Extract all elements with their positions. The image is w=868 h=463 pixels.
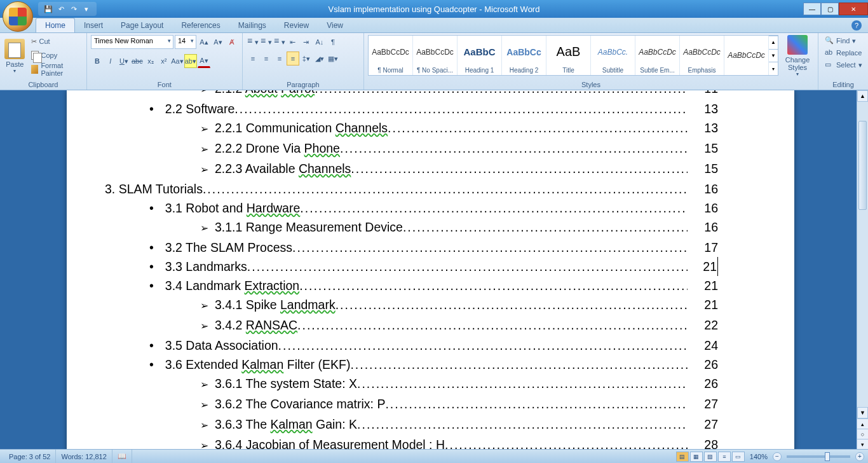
line-spacing-button[interactable]: ‡▾ — [300, 52, 313, 66]
shrink-font-button[interactable]: A▾ — [212, 35, 224, 49]
style-item[interactable]: AaBbCHeading 1 — [458, 36, 502, 75]
gallery-scroll-button[interactable]: ▲ — [769, 36, 778, 49]
style-item[interactable]: AaBTitle — [546, 36, 591, 75]
grow-font-button[interactable]: A▴ — [198, 35, 210, 49]
style-item[interactable]: AaBbCc.Subtitle — [591, 36, 635, 75]
numbering-button[interactable]: ▾ — [260, 35, 273, 49]
find-icon: 🔍 — [825, 36, 834, 45]
strikethrough-button[interactable]: abc — [131, 54, 144, 68]
maximize-button[interactable]: ▢ — [821, 3, 839, 15]
superscript-button[interactable]: x² — [158, 54, 170, 68]
show-marks-button[interactable]: ¶ — [327, 35, 339, 49]
clear-formatting-button[interactable]: A̸ — [226, 35, 238, 49]
redo-icon[interactable]: ↷ — [69, 4, 79, 14]
zoom-level[interactable]: 140% — [750, 453, 768, 460]
change-styles-button[interactable]: Change Styles ▾ — [781, 35, 814, 77]
draft-view-button[interactable]: ▭ — [732, 452, 745, 462]
tab-references[interactable]: References — [172, 18, 229, 32]
window-title: Vslam implementation using Quadcopter - … — [329, 4, 540, 14]
find-button[interactable]: 🔍Find ▾ — [822, 35, 858, 46]
find-label: Find — [836, 37, 850, 45]
subscript-button[interactable]: x₂ — [144, 54, 157, 68]
zoom-slider[interactable] — [787, 455, 850, 458]
font-color-button[interactable]: A▾ — [198, 54, 210, 68]
full-screen-view-button[interactable]: ▦ — [690, 452, 703, 462]
word-count[interactable]: Words: 12,812 — [56, 450, 112, 463]
align-right-button[interactable]: ≡ — [273, 52, 286, 66]
select-button[interactable]: ▭Select ▾ — [822, 59, 865, 71]
page-status[interactable]: Page: 3 of 52 — [4, 450, 56, 463]
scroll-thumb[interactable] — [858, 121, 867, 210]
font-name-combo[interactable]: Times New Roman — [91, 35, 173, 49]
gallery-scroll-button[interactable]: ▾ — [769, 62, 778, 75]
minimize-button[interactable]: — — [803, 3, 821, 15]
underline-button[interactable]: U▾ — [118, 54, 130, 68]
tab-insert[interactable]: Insert — [75, 18, 112, 32]
group-paragraph: ▾ ▾ ▾ ⇤ ⇥ A↓ ¶ ≡ ≡ ≡ ≡ ‡▾ ◢▾ ▦▾ Paragrap… — [243, 33, 364, 90]
style-item[interactable]: AaBbCcDc¶ No Spaci... — [413, 36, 458, 75]
tab-view[interactable]: View — [318, 18, 352, 32]
format-painter-button[interactable]: Format Painter — [29, 63, 83, 76]
gallery-scroll-button[interactable]: ▼ — [769, 49, 778, 62]
page[interactable]: 2.1.2 About Parrot .....................… — [67, 90, 794, 449]
change-styles-label: Change Styles — [781, 56, 814, 71]
replace-icon: ab — [825, 48, 834, 57]
style-item[interactable]: AaBbCcDcSubtle Em... — [635, 36, 680, 75]
align-center-button[interactable]: ≡ — [260, 52, 273, 66]
browse-object-button[interactable]: ○ — [857, 429, 868, 439]
tab-page-layout[interactable]: Page Layout — [112, 18, 172, 32]
justify-button[interactable]: ≡ — [287, 52, 299, 66]
undo-icon[interactable]: ↶ — [56, 4, 66, 14]
cut-button[interactable]: ✂Cut — [29, 35, 83, 48]
toc-line: 3.4.2 RANSAC ...........................… — [200, 315, 718, 336]
tab-review[interactable]: Review — [275, 18, 318, 32]
scroll-down-button[interactable]: ▼ — [857, 407, 868, 418]
style-item[interactable]: AaBbCcDc — [724, 36, 769, 75]
zoom-in-button[interactable]: + — [855, 452, 864, 461]
tab-mailings[interactable]: Mailings — [229, 18, 275, 32]
save-icon[interactable]: 💾 — [43, 4, 53, 14]
office-button[interactable] — [3, 1, 33, 32]
style-item[interactable]: AaBbCcDcEmphasis — [680, 36, 724, 75]
document-scroll[interactable]: 2.1.2 About Parrot .....................… — [0, 90, 857, 449]
help-icon[interactable]: ? — [851, 20, 862, 31]
bold-button[interactable]: B — [91, 54, 104, 68]
styles-gallery[interactable]: AaBbCcDc¶ NormalAaBbCcDc¶ No Spaci...AaB… — [368, 35, 778, 76]
borders-button[interactable]: ▦▾ — [327, 52, 339, 66]
scroll-up-button[interactable]: ▲ — [857, 90, 868, 102]
toc-line: 3.4.1 Spike Landmark ...................… — [200, 295, 718, 315]
toc-line: 2.2.2 Drone Via Phone ..................… — [200, 139, 718, 159]
style-item[interactable]: AaBbCcHeading 2 — [502, 36, 546, 75]
tab-home[interactable]: Home — [36, 18, 75, 32]
print-layout-view-button[interactable]: ▤ — [676, 452, 689, 462]
previous-page-button[interactable]: ▴ — [857, 418, 868, 429]
italic-button[interactable]: I — [104, 54, 117, 68]
style-item[interactable]: AaBbCcDc¶ Normal — [369, 36, 413, 75]
multilevel-button[interactable]: ▾ — [273, 35, 286, 49]
next-page-button[interactable]: ▾ — [857, 439, 868, 449]
paste-button[interactable]: Paste ▾ — [4, 35, 26, 77]
increase-indent-button[interactable]: ⇥ — [300, 35, 313, 49]
outline-view-button[interactable]: ≡ — [718, 452, 731, 462]
decrease-indent-button[interactable]: ⇤ — [287, 35, 299, 49]
toc-line: 3.6.3 The Kalman Gain: K ...............… — [200, 415, 718, 435]
scroll-track[interactable] — [857, 102, 868, 407]
toc-line: 3.5 Data Association ...................… — [149, 336, 718, 355]
zoom-out-button[interactable]: − — [773, 452, 782, 461]
copy-button[interactable]: Copy — [29, 49, 83, 62]
font-size-combo[interactable]: 14 — [175, 35, 196, 49]
numbering-icon — [261, 38, 268, 46]
close-button[interactable]: ✕ — [839, 3, 868, 15]
change-case-button[interactable]: Aa▾ — [171, 54, 184, 68]
shading-button[interactable]: ◢▾ — [313, 52, 326, 66]
font-group-label: Font — [91, 79, 238, 90]
replace-button[interactable]: abReplace — [822, 47, 864, 59]
align-left-button[interactable]: ≡ — [247, 52, 259, 66]
zoom-slider-thumb[interactable] — [825, 452, 830, 461]
bullets-button[interactable]: ▾ — [247, 35, 259, 49]
proofing-status[interactable]: 📖 — [112, 450, 132, 463]
qat-dropdown-icon[interactable]: ▾ — [81, 4, 92, 14]
highlight-button[interactable]: ab▾ — [184, 54, 197, 68]
web-layout-view-button[interactable]: ▧ — [704, 452, 717, 462]
sort-button[interactable]: A↓ — [313, 35, 326, 49]
